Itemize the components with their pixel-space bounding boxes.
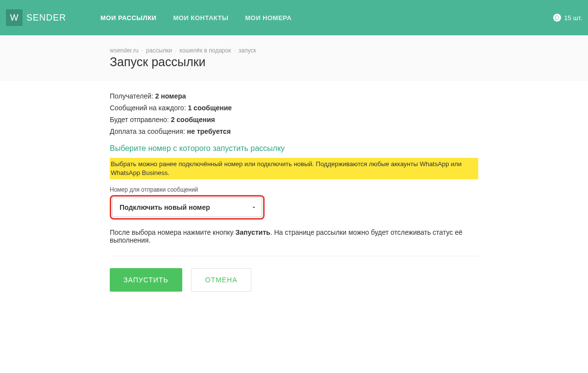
main-content: Получателей: 2 номера Сообщений на каждо… xyxy=(0,80,588,311)
nav-item-numbers[interactable]: МОИ НОМЕРА xyxy=(245,14,292,22)
nav: МОИ РАССЫЛКИ МОИ КОНТАКТЫ МОИ НОМЕРА xyxy=(100,14,292,22)
subheader: wsender.ru· рассылки· кошелёк в подарок·… xyxy=(0,35,588,80)
breadcrumb-item[interactable]: wsender.ru xyxy=(110,47,139,54)
breadcrumb: wsender.ru· рассылки· кошелёк в подарок·… xyxy=(110,47,478,54)
field-label: Номер для отправки сообщений xyxy=(110,186,478,193)
hint-bar: Выбрать можно ранее подключённый номер и… xyxy=(110,158,478,179)
nav-item-contacts[interactable]: МОИ КОНТАКТЫ xyxy=(173,14,228,22)
info-text: После выбора номера нажмите кнопку Запус… xyxy=(110,228,478,244)
summary-recipients: Получателей: 2 номера xyxy=(110,92,478,100)
balance-text: 15 шт. xyxy=(564,14,582,22)
breadcrumb-item[interactable]: рассылки xyxy=(146,47,172,54)
balance[interactable]: 15 шт. xyxy=(553,14,582,22)
divider xyxy=(110,256,478,256)
number-select[interactable]: Подключить новый номер xyxy=(112,198,262,217)
nav-item-mailings[interactable]: МОИ РАССЫЛКИ xyxy=(100,14,156,22)
cancel-button[interactable]: ОТМЕНА xyxy=(191,268,252,292)
launch-button[interactable]: ЗАПУСТИТЬ xyxy=(110,268,182,292)
page-title: Запуск рассылки xyxy=(110,55,478,69)
select-highlight: Подключить новый номер xyxy=(110,195,265,220)
whatsapp-icon xyxy=(553,14,561,22)
summary-per-each: Сообщений на каждого: 1 сообщение xyxy=(110,104,478,112)
button-row: ЗАПУСТИТЬ ОТМЕНА xyxy=(110,268,478,292)
top-header: W SENDER МОИ РАССЫЛКИ МОИ КОНТАКТЫ МОИ Н… xyxy=(0,0,588,35)
breadcrumb-item[interactable]: кошелёк в подарок xyxy=(179,47,231,54)
breadcrumb-item: запуск xyxy=(239,47,256,54)
summary-surcharge: Доплата за сообщения: не требуется xyxy=(110,127,478,135)
logo-text: SENDER xyxy=(26,13,66,23)
select-value: Подключить новый номер xyxy=(120,203,210,211)
chevron-down-icon xyxy=(251,204,257,210)
logo[interactable]: W SENDER xyxy=(6,9,66,26)
summary-total: Будет отправлено: 2 сообщения xyxy=(110,116,478,124)
section-title: Выберите номер с которого запустить расс… xyxy=(110,144,478,153)
logo-badge: W xyxy=(6,9,23,26)
